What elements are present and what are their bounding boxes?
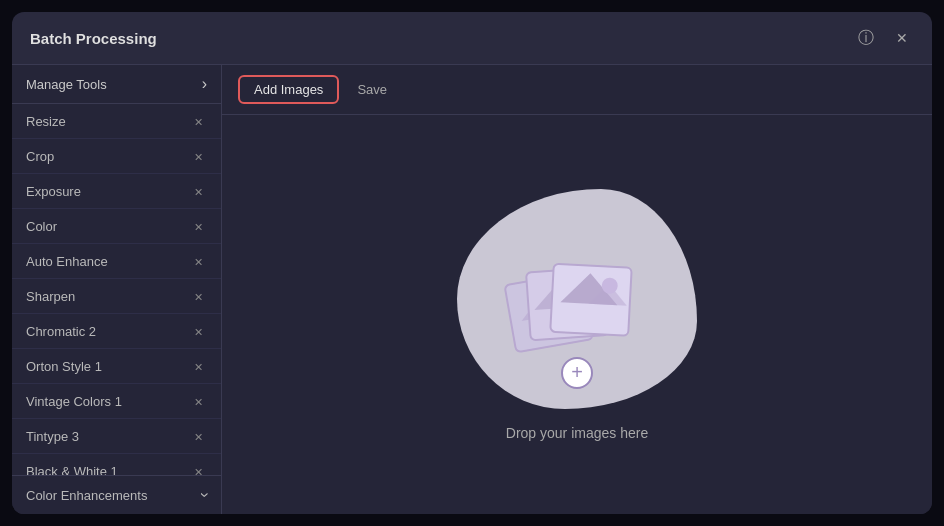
add-images-button[interactable]: Add Images [238, 75, 339, 104]
modal-overlay: Batch Processing Manage Tools [0, 0, 944, 526]
x-icon [194, 148, 203, 164]
remove-chromatic-button[interactable] [189, 322, 207, 340]
remove-vintage-button[interactable] [189, 392, 207, 410]
info-button[interactable] [854, 26, 878, 50]
dialog-header: Batch Processing [12, 12, 932, 65]
tool-item-orton-style-1[interactable]: Orton Style 1 [12, 349, 221, 384]
remove-color-button[interactable] [189, 217, 207, 235]
dialog-body: Manage Tools Resize Crop [12, 65, 932, 514]
x-icon [194, 358, 203, 374]
tool-label: Resize [26, 114, 66, 129]
tool-item-chromatic-2[interactable]: Chromatic 2 [12, 314, 221, 349]
x-icon [194, 218, 203, 234]
x-icon [194, 253, 203, 269]
x-icon [194, 113, 203, 129]
tool-label: Black & White 1 [26, 464, 118, 476]
tools-list: Resize Crop Exposure [12, 104, 221, 475]
plus-icon: + [571, 361, 583, 384]
drop-zone[interactable]: + Drop your images here [222, 115, 932, 514]
toolbar: Add Images Save [222, 65, 932, 115]
color-enhancements-label: Color Enhancements [26, 488, 147, 503]
sun-decoration-3 [601, 277, 618, 294]
batch-processing-dialog: Batch Processing Manage Tools [12, 12, 932, 514]
tool-item-vintage-colors-1[interactable]: Vintage Colors 1 [12, 384, 221, 419]
tool-label: Tintype 3 [26, 429, 79, 444]
close-button[interactable] [890, 26, 914, 50]
dialog-title: Batch Processing [30, 30, 854, 47]
tool-item-color[interactable]: Color [12, 209, 221, 244]
tool-label: Chromatic 2 [26, 324, 96, 339]
remove-resize-button[interactable] [189, 112, 207, 130]
remove-auto-enhance-button[interactable] [189, 252, 207, 270]
tool-label: Color [26, 219, 57, 234]
header-icons [854, 26, 914, 50]
sidebar: Manage Tools Resize Crop [12, 65, 222, 514]
remove-tintype-button[interactable] [189, 427, 207, 445]
chevron-down-icon [202, 486, 207, 504]
tool-item-black-white-1[interactable]: Black & White 1 [12, 454, 221, 475]
mountain-svg-3 [553, 264, 631, 308]
plus-button[interactable]: + [561, 357, 593, 389]
tool-item-exposure[interactable]: Exposure [12, 174, 221, 209]
remove-crop-button[interactable] [189, 147, 207, 165]
remove-orton-button[interactable] [189, 357, 207, 375]
x-icon [194, 428, 203, 444]
manage-tools-item[interactable]: Manage Tools [12, 65, 221, 104]
save-button[interactable]: Save [347, 77, 397, 102]
chevron-right-icon [202, 75, 207, 93]
tool-item-auto-enhance[interactable]: Auto Enhance [12, 244, 221, 279]
tool-item-resize[interactable]: Resize [12, 104, 221, 139]
drop-zone-text: Drop your images here [506, 425, 648, 441]
image-card-3 [549, 262, 633, 336]
info-icon [858, 28, 874, 49]
remove-bw-button[interactable] [189, 462, 207, 475]
x-icon [194, 393, 203, 409]
tool-label: Sharpen [26, 289, 75, 304]
tool-item-tintype-3[interactable]: Tintype 3 [12, 419, 221, 454]
tool-label: Orton Style 1 [26, 359, 102, 374]
x-icon [194, 323, 203, 339]
x-icon [194, 463, 203, 475]
drop-illustration: + [457, 189, 697, 409]
x-icon [194, 288, 203, 304]
tool-label: Auto Enhance [26, 254, 108, 269]
remove-sharpen-button[interactable] [189, 287, 207, 305]
color-enhancements-item[interactable]: Color Enhancements [12, 475, 221, 514]
tool-label: Vintage Colors 1 [26, 394, 122, 409]
tool-item-crop[interactable]: Crop [12, 139, 221, 174]
main-content: Add Images Save [222, 65, 932, 514]
close-icon [896, 29, 908, 47]
tool-label: Exposure [26, 184, 81, 199]
tool-label: Crop [26, 149, 54, 164]
x-icon [194, 183, 203, 199]
tool-item-sharpen[interactable]: Sharpen [12, 279, 221, 314]
manage-tools-label: Manage Tools [26, 77, 107, 92]
remove-exposure-button[interactable] [189, 182, 207, 200]
